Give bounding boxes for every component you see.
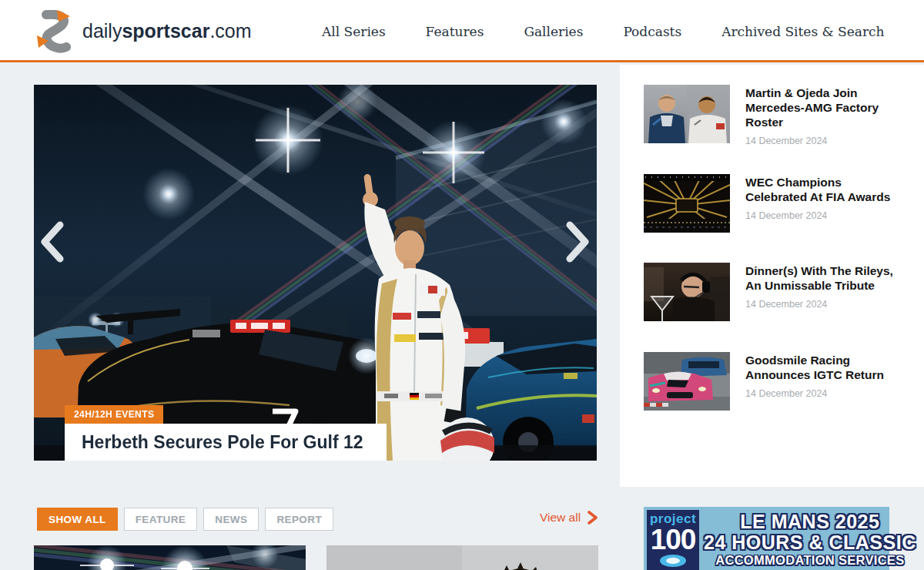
article-text: WEC Champions Celebrated At FIA Awards 1…: [745, 174, 903, 233]
article-date: 14 December 2024: [745, 388, 888, 399]
brand-wordmark: dailysportscar.com: [82, 20, 252, 42]
portraits-card-image: [326, 545, 598, 570]
ad-text-block: LE MANS 2025 24 HOURS & CLASSIC ACCOMMOD…: [704, 510, 916, 570]
latest-news-panel: Martin & Ojeda Join Mercedes-AMG Factory…: [620, 65, 924, 487]
article-title: Martin & Ojeda Join Mercedes-AMG Factory…: [745, 86, 903, 129]
goodsmile-racing-car-image: [644, 352, 730, 411]
site-logo[interactable]: dailysportscar.com: [34, 0, 252, 62]
view-all-label: View all: [540, 511, 581, 525]
article-title: WEC Champions Celebrated At FIA Awards: [745, 175, 903, 204]
article-text: Martin & Ojeda Join Mercedes-AMG Factory…: [745, 85, 903, 146]
article-card[interactable]: [34, 545, 306, 570]
article-title: Dinner(s) With The Rileys, An Unmissable…: [745, 263, 903, 293]
carousel-next-button[interactable]: [562, 220, 593, 263]
brand-part-com: .com: [209, 20, 251, 42]
hero-category-badge[interactable]: 24H/12H EVENTS: [65, 405, 163, 424]
filter-report-button[interactable]: REPORT: [265, 508, 333, 531]
view-all-link[interactable]: View all: [540, 511, 598, 525]
article-thumbnail: [644, 85, 730, 143]
nav-item-features[interactable]: Features: [426, 24, 484, 39]
hero-caption: 24H/12H EVENTS Herbeth Secures Pole For …: [65, 405, 387, 461]
category-filter-bar: SHOW ALL FEATURE NEWS REPORT: [37, 508, 333, 531]
ad-line-1: LE MANS 2025: [704, 511, 916, 532]
ad-logo-swoosh-icon: [658, 554, 688, 568]
news-list-item[interactable]: Dinner(s) With The Rileys, An Unmissable…: [644, 263, 918, 321]
podcast-guest-image: [644, 263, 730, 321]
ad-line-3: ACCOMMODATION SERVICES: [704, 553, 916, 567]
hero-carousel[interactable]: 24H/12H EVENTS Herbeth Secures Pole For …: [34, 85, 597, 461]
carousel-prev-button[interactable]: [37, 220, 68, 263]
article-date: 14 December 2024: [745, 299, 903, 310]
article-thumbnail: [644, 174, 730, 233]
nav-item-galleries[interactable]: Galleries: [524, 24, 583, 39]
article-date: 14 December 2024: [745, 136, 903, 146]
news-list-item[interactable]: WEC Champions Celebrated At FIA Awards 1…: [644, 174, 918, 233]
hero-photo: [34, 85, 597, 461]
nav-item-all-series[interactable]: All Series: [322, 24, 386, 39]
ad-line-2: 24 HOURS & CLASSIC: [704, 532, 916, 553]
filter-show-all-button[interactable]: SHOW ALL: [37, 508, 118, 531]
lemans-accommodation-ad[interactable]: project 100 LE MANS 2025 24 HOURS & CLAS…: [644, 507, 889, 570]
article-card[interactable]: [326, 545, 598, 570]
article-date: 14 December 2024: [745, 210, 903, 221]
news-list-item[interactable]: Goodsmile Racing Announces IGTC Return 1…: [644, 352, 918, 411]
news-list-item[interactable]: Martin & Ojeda Join Mercedes-AMG Factory…: [644, 85, 918, 146]
page: dailysportscar.com All Series Features G…: [0, 0, 924, 570]
brand-part-sportscar: sportscar: [122, 20, 209, 42]
article-thumbnail: [644, 352, 730, 411]
night-track-card-image: [34, 545, 306, 570]
article-text: Goodsmile Racing Announces IGTC Return 1…: [745, 352, 888, 411]
project-100-logo: project 100: [647, 510, 699, 570]
nav-item-archived-sites-search[interactable]: Archived Sites & Search: [721, 24, 884, 39]
drivers-portrait-image: [644, 85, 730, 143]
article-title: Goodsmile Racing Announces IGTC Return: [745, 353, 888, 382]
article-thumbnail: [644, 263, 730, 321]
main-nav: All Series Features Galleries Podcasts A…: [322, 0, 885, 62]
logo-road-s-icon: [34, 10, 72, 53]
hero-article-title[interactable]: Herbeth Secures Pole For Gulf 12: [65, 424, 387, 461]
fia-awards-stage-image: [644, 174, 730, 233]
ad-project-number: 100: [647, 526, 699, 554]
chevron-right-icon: [587, 511, 598, 525]
brand-part-daily: daily: [82, 20, 122, 42]
filter-news-button[interactable]: NEWS: [203, 508, 259, 531]
filter-feature-button[interactable]: FEATURE: [124, 508, 198, 531]
site-header: dailysportscar.com All Series Features G…: [0, 0, 924, 62]
nav-item-podcasts[interactable]: Podcasts: [623, 24, 681, 39]
article-text: Dinner(s) With The Rileys, An Unmissable…: [745, 263, 903, 321]
